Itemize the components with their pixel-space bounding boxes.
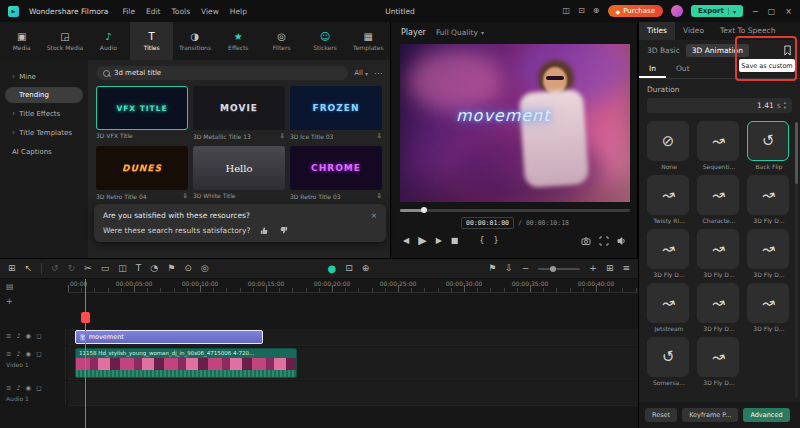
- preset-3d-fly-5[interactable]: ↝3D Fly D...: [697, 283, 741, 332]
- player-scrubber[interactable]: [400, 209, 630, 212]
- tab-media[interactable]: ▣Media: [0, 22, 43, 60]
- sidebar-item-trending[interactable]: Trending: [5, 87, 83, 103]
- preset-none[interactable]: ⊘None: [647, 121, 691, 170]
- lock-icon[interactable]: ◻: [36, 350, 41, 358]
- tab-audio[interactable]: ♪Audio: [87, 22, 130, 60]
- purchase-button[interactable]: ◆Purchase: [608, 5, 663, 17]
- tab-in[interactable]: In: [639, 60, 666, 78]
- duration-input[interactable]: 1.41 s ▴▾: [647, 98, 792, 113]
- download-icon[interactable]: ⇩: [377, 132, 382, 140]
- menu-tools[interactable]: Tools: [172, 7, 190, 16]
- undo-icon[interactable]: ↺: [51, 264, 59, 273]
- reset-button[interactable]: Reset: [645, 408, 677, 422]
- export-button[interactable]: Export▾: [691, 5, 743, 17]
- video-track-header[interactable]: ≡ ♪ ◉ ◻ Video 1: [0, 347, 66, 379]
- preset-character[interactable]: ↝Characte...: [697, 175, 741, 224]
- video-preview[interactable]: movement: [400, 44, 630, 202]
- panel-layout-icon[interactable]: ◫: [563, 7, 571, 15]
- play-button[interactable]: ▶: [418, 235, 426, 246]
- step-down-icon[interactable]: ▾: [784, 106, 786, 111]
- crop-icon[interactable]: ◫: [118, 264, 127, 273]
- redo-icon[interactable]: ↻: [68, 264, 76, 273]
- snap-icon[interactable]: ⊞: [8, 264, 16, 273]
- hide-icon[interactable]: ◉: [26, 384, 32, 392]
- video-clip[interactable]: 11158 Hd_stylish_young_woman_dj_in_90s06…: [75, 348, 297, 378]
- template-3d-retro-title-03[interactable]: CHROME 3D Retro Title 03⇩: [290, 146, 382, 200]
- tab-text-to-speech[interactable]: Text To Speech: [712, 22, 783, 40]
- preset-3d-fly-1[interactable]: ↝3D Fly D...: [747, 175, 791, 224]
- tab-video-properties[interactable]: Video: [675, 22, 712, 40]
- lock-icon[interactable]: ◻: [36, 332, 41, 340]
- menu-view[interactable]: View: [201, 7, 219, 16]
- tab-stock-media[interactable]: ◲Stock Media: [43, 22, 86, 60]
- zoom-slider[interactable]: [538, 268, 580, 270]
- snapshot-camera-icon[interactable]: [581, 236, 591, 246]
- screen-record-icon[interactable]: ⊡: [345, 264, 353, 273]
- sidebar-item-title-templates[interactable]: ›Title Templates: [0, 123, 88, 142]
- speed-icon[interactable]: ◔: [150, 264, 158, 273]
- playhead-handle[interactable]: [81, 312, 90, 323]
- track-menu-icon[interactable]: ≡: [6, 350, 11, 358]
- zoom-in-icon[interactable]: +: [589, 264, 597, 273]
- account-avatar[interactable]: [671, 5, 683, 17]
- track-menu-icon[interactable]: ≡: [6, 332, 11, 340]
- notifications-icon[interactable]: ⊕: [593, 7, 600, 15]
- next-frame-button[interactable]: ▶: [436, 237, 442, 245]
- scrollbar-thumb[interactable]: [795, 122, 798, 184]
- tab-out[interactable]: Out: [666, 60, 700, 78]
- timeline-ruler[interactable]: 00:00 00:00:05:00 00:00:10:00 00:00:15:0…: [68, 279, 638, 293]
- preset-back-flip[interactable]: ↺Back Flip: [747, 121, 791, 170]
- tab-transitions[interactable]: ◑Transitions: [173, 22, 216, 60]
- template-3d-vfx-title[interactable]: VFX TITLE 3D VFX Title: [96, 86, 188, 140]
- thumbs-down-icon[interactable]: [279, 226, 288, 235]
- mute-icon[interactable]: ♪: [16, 350, 20, 358]
- mark-in-button[interactable]: {: [479, 237, 484, 245]
- menu-help[interactable]: Help: [230, 7, 247, 16]
- tab-templates[interactable]: ▦Templates: [347, 22, 390, 60]
- previous-frame-button[interactable]: ◀: [403, 237, 409, 245]
- template-3d-white-title[interactable]: Hello 3D White Title: [193, 146, 285, 200]
- mute-icon[interactable]: ♪: [16, 384, 20, 392]
- advanced-button[interactable]: Advanced: [743, 408, 789, 422]
- thumbs-up-icon[interactable]: [260, 226, 269, 235]
- preset-twisty[interactable]: ↝Twisty Ri...: [647, 175, 691, 224]
- close-window-button[interactable]: ×: [785, 7, 792, 16]
- presets-scrollbar[interactable]: [795, 122, 798, 398]
- more-options-icon[interactable]: ⋯: [374, 69, 382, 78]
- maximize-button[interactable]: ▢: [768, 7, 776, 16]
- sidebar-item-ai-captions[interactable]: AI Captions: [0, 142, 88, 161]
- zoom-slider-handle[interactable]: [550, 266, 556, 272]
- preset-3d-fly-7[interactable]: ↝3D Fly D...: [697, 337, 741, 386]
- preset-3d-fly-3[interactable]: ↝3D Fly D...: [697, 229, 741, 278]
- preset-somersault[interactable]: ↺Somersa...: [647, 337, 691, 386]
- trim-icon[interactable]: ▭: [101, 264, 110, 273]
- pointer-tool-icon[interactable]: ↖: [25, 264, 33, 273]
- track-options-icon[interactable]: ≡: [622, 264, 630, 273]
- save-as-custom-icon[interactable]: [783, 45, 792, 56]
- close-icon[interactable]: ×: [371, 211, 377, 220]
- preset-3d-fly-2[interactable]: ↝3D Fly D...: [647, 229, 691, 278]
- download-icon[interactable]: ⇩: [377, 192, 382, 200]
- title-clip[interactable]: T movement: [75, 330, 263, 344]
- record-icon[interactable]: ●: [327, 264, 336, 274]
- template-thumbnail[interactable]: FROZEN: [290, 86, 382, 130]
- template-thumbnail[interactable]: MOVIE: [193, 86, 285, 130]
- split-icon[interactable]: ✂: [84, 264, 92, 273]
- preset-sequential[interactable]: ↝Sequenti...: [697, 121, 741, 170]
- duration-stepper[interactable]: ▴▾: [784, 101, 786, 111]
- track-menu-icon[interactable]: ≡: [6, 384, 11, 392]
- subtab-3d-animation[interactable]: 3D Animation: [686, 44, 749, 57]
- menu-file[interactable]: File: [122, 7, 135, 16]
- export-frame-icon[interactable]: ⇩: [505, 264, 513, 273]
- mute-icon[interactable]: ♪: [16, 332, 20, 340]
- preset-3d-fly-4[interactable]: ↝3D Fly D...: [747, 229, 791, 278]
- motion-track-icon[interactable]: ◎: [201, 264, 209, 273]
- track-list-icon[interactable]: ▤: [6, 283, 14, 291]
- minimize-button[interactable]: ─: [753, 7, 758, 16]
- quick-text-icon[interactable]: T: [136, 264, 142, 273]
- template-3d-metallic-title-13[interactable]: MOVIE 3D Metallic Title 13⇩: [193, 86, 285, 140]
- chroma-key-icon[interactable]: ⊙: [184, 264, 192, 273]
- mark-out-button[interactable]: }: [493, 237, 498, 245]
- tab-stickers[interactable]: ☺Stickers: [303, 22, 346, 60]
- zoom-out-icon[interactable]: −: [522, 264, 530, 273]
